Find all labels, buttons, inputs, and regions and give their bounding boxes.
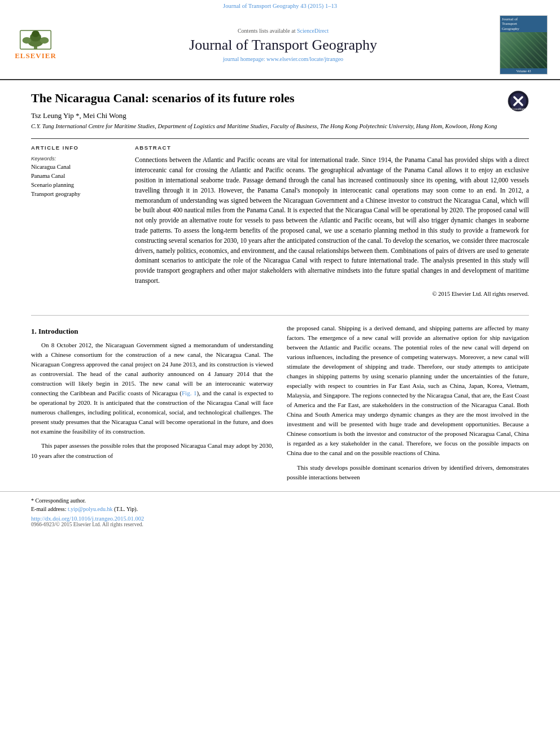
contents-line: Contents lists available at ScienceDirec… — [73, 28, 493, 34]
keywords-label: Keywords: — [31, 155, 121, 161]
keyword-transport-geography: Transport geography — [31, 190, 121, 199]
article-body: The Nicaragua Canal: scenarios of its fu… — [0, 80, 560, 307]
footnote-corresponding: * Corresponding author. — [31, 496, 529, 505]
left-column: 1. Introduction On 8 October 2012, the N… — [31, 324, 273, 487]
abstract-label: ABSTRACT — [135, 145, 529, 151]
header-section: ELSEVIER Contents lists available at Sci… — [0, 11, 560, 80]
affiliation: C.Y. Tung International Centre for Marit… — [31, 123, 508, 131]
right-paragraph-1: the proposed canal. Shipping is a derive… — [287, 324, 529, 458]
elsevier-logo-area: ELSEVIER — [5, 29, 67, 60]
svg-point-4 — [23, 37, 32, 44]
intro-heading: 1. Introduction — [31, 326, 273, 337]
abstract-section: ABSTRACT Connections between the Atlanti… — [135, 145, 529, 297]
page: Journal of Transport Geography 43 (2015)… — [0, 0, 560, 747]
email-link[interactable]: t.yip@polyu.edu.hk — [68, 506, 112, 512]
journal-ref-text: Journal of Transport Geography 43 (2015)… — [223, 3, 337, 9]
journal-title-header: Journal of Transport Geography — [73, 36, 493, 54]
keyword-scenario-planning: Scenario planning — [31, 181, 121, 190]
keyword-nicaragua-canal: Nicaragua Canal — [31, 163, 121, 172]
intro-paragraph-2: This paper assesses the possible roles t… — [31, 441, 273, 460]
copyright-line: © 2015 Elsevier Ltd. All rights reserved… — [135, 291, 529, 297]
journal-ref-top: Journal of Transport Geography 43 (2015)… — [0, 0, 560, 11]
header-right: Journal of Transport Geography Volume 43 — [500, 15, 553, 75]
article-info-label: ARTICLE INFO — [31, 145, 121, 151]
crossmark-icon: CrossMark — [508, 90, 529, 112]
authors: Tsz Leung Yip *, Mei Chi Wong — [31, 111, 508, 120]
svg-point-3 — [32, 30, 40, 37]
svg-point-5 — [40, 37, 49, 44]
doi-link[interactable]: http://dx.doi.org/10.1016/j.trangeo.2015… — [31, 516, 144, 522]
article-title-section: The Nicaragua Canal: scenarios of its fu… — [31, 90, 529, 130]
elsevier-tree-icon — [19, 29, 53, 50]
fig1-link[interactable]: Fig. 1 — [182, 390, 197, 396]
homepage-link[interactable]: journal homepage: www.elsevier.com/locat… — [223, 56, 343, 62]
header-center: Contents lists available at ScienceDirec… — [67, 28, 500, 62]
cover-image — [500, 32, 547, 68]
cover-bottom: Volume 43 — [500, 68, 547, 74]
right-paragraph-2: This study develops possible dominant sc… — [287, 463, 529, 482]
article-info: ARTICLE INFO Keywords: Nicaragua Canal P… — [31, 145, 121, 297]
elsevier-text: ELSEVIER — [15, 51, 56, 60]
footnote-area: * Corresponding author. E-mail address: … — [0, 491, 560, 530]
keyword-panama-canal: Panama Canal — [31, 172, 121, 181]
journal-homepage: journal homepage: www.elsevier.com/locat… — [73, 56, 493, 62]
footnote-email: E-mail address: t.yip@polyu.edu.hk (T.L.… — [31, 505, 529, 513]
right-column: the proposed canal. Shipping is a derive… — [287, 324, 529, 487]
section-divider — [31, 315, 529, 316]
article-title-text: The Nicaragua Canal: scenarios of its fu… — [31, 90, 508, 130]
sciencedirect-link[interactable]: ScienceDirect — [297, 28, 329, 34]
abstract-text: Connections between the Atlantic and Pac… — [135, 155, 529, 286]
doi-line: http://dx.doi.org/10.1016/j.trangeo.2015… — [31, 516, 529, 522]
issn-line: 0966-6923/© 2015 Elsevier Ltd. All right… — [31, 522, 529, 527]
article-title: The Nicaragua Canal: scenarios of its fu… — [31, 90, 508, 107]
elsevier-logo: ELSEVIER — [10, 29, 61, 60]
article-columns: ARTICLE INFO Keywords: Nicaragua Canal P… — [31, 138, 529, 297]
journal-cover: Journal of Transport Geography Volume 43 — [500, 15, 548, 75]
crossmark-badge[interactable]: CrossMark — [508, 90, 529, 112]
two-column-section: 1. Introduction On 8 October 2012, the N… — [0, 324, 560, 487]
intro-paragraph-1: On 8 October 2012, the Nicaraguan Govern… — [31, 340, 273, 436]
svg-text:CrossMark: CrossMark — [511, 107, 526, 111]
cover-top: Journal of Transport Geography — [500, 16, 547, 32]
